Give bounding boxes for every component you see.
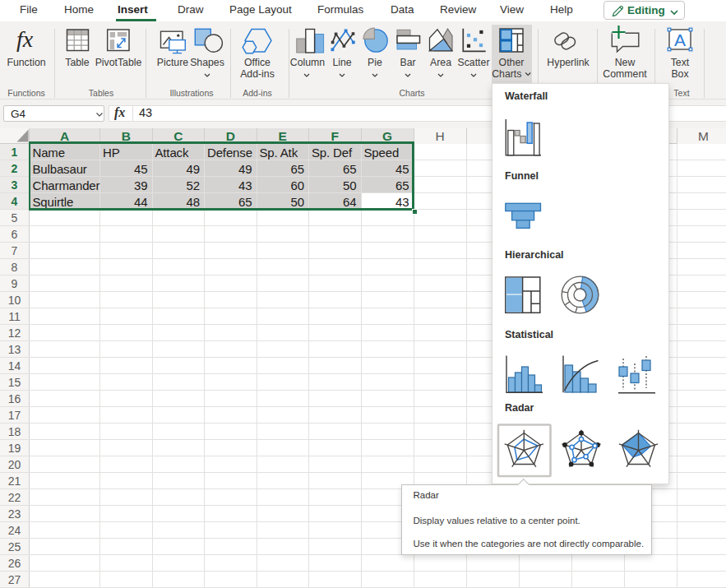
svg-text:fx: fx [16,26,34,52]
svg-text:A: A [674,30,686,49]
